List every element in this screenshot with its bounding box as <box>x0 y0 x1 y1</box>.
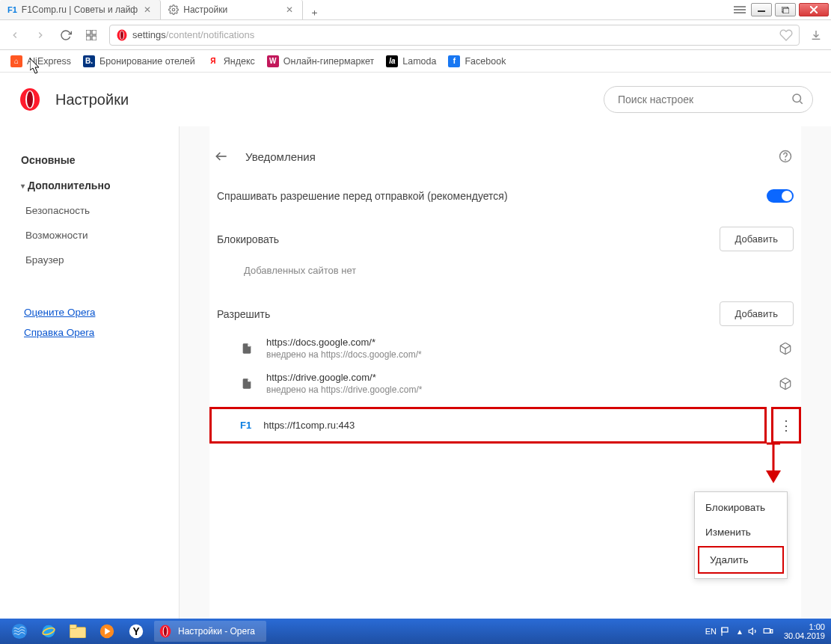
bookmark-label: Бронирование отелей <box>99 56 195 67</box>
gear-icon <box>168 4 179 15</box>
section-header: Уведомления <box>209 149 801 174</box>
svg-rect-12 <box>92 36 96 40</box>
ctx-delete[interactable]: Удалить <box>698 546 784 574</box>
svg-point-41 <box>164 627 168 636</box>
bookmark-booking[interactable]: B.Бронирование отелей <box>83 55 195 67</box>
back-button[interactable] <box>7 28 22 43</box>
devices-icon[interactable] <box>763 626 773 637</box>
volume-icon[interactable] <box>748 626 758 637</box>
ie-icon[interactable] <box>35 621 62 642</box>
download-icon[interactable] <box>810 29 824 41</box>
bookmark-label: AliExpress <box>27 56 71 67</box>
date-label: 30.04.2019 <box>784 631 825 640</box>
bookmark-label: Яндекс <box>224 56 255 67</box>
tab-f1comp[interactable]: F1 F1Comp.ru | Советы и лайф ✕ <box>0 0 161 19</box>
ctx-block[interactable]: Блокировать <box>695 495 787 520</box>
allow-add-button[interactable]: Добавить <box>720 301 794 326</box>
svg-rect-6 <box>783 8 789 13</box>
block-empty-message: Добавленных сайтов нет <box>209 256 801 291</box>
file-icon <box>241 343 254 355</box>
svg-rect-46 <box>770 630 772 634</box>
sidebar-item-features[interactable]: Возможности <box>21 223 171 248</box>
cube-icon[interactable] <box>779 342 794 355</box>
tab-settings[interactable]: Настройки ✕ <box>161 0 303 19</box>
help-icon[interactable] <box>779 150 792 163</box>
svg-text:Y: Y <box>132 626 139 637</box>
aliexpress-icon: ⌂ <box>10 55 22 67</box>
maximize-button[interactable] <box>775 3 796 16</box>
bookmark-yandex[interactable]: ЯЯндекс <box>207 55 255 67</box>
svg-point-19 <box>27 91 33 108</box>
site-sub: внедрено на https://docs.google.com/* <box>266 349 422 360</box>
task-label: Настройки - Opera <box>178 626 255 637</box>
close-icon[interactable]: ✕ <box>142 4 153 15</box>
taskbar-opera[interactable]: Настройки - Opera <box>154 621 266 642</box>
svg-marker-28 <box>766 470 781 483</box>
bookmark-aliexpress[interactable]: ⌂AliExpress <box>10 55 71 67</box>
yandex-browser-icon[interactable]: Y <box>123 621 150 642</box>
sidebar-item-main[interactable]: Основные <box>21 147 171 173</box>
bookmark-label: Facebook <box>464 56 506 67</box>
navbar: settings/content/notifications <box>0 20 831 50</box>
lang-indicator[interactable]: EN <box>705 627 717 636</box>
close-icon[interactable]: ✕ <box>284 4 295 15</box>
allowed-site-row[interactable]: https://drive.google.com/* внедрено на h… <box>209 366 801 401</box>
tray-flag-icon[interactable] <box>721 626 732 637</box>
sidebar-help-link[interactable]: Справка Opera <box>21 322 171 343</box>
minimize-button[interactable] <box>751 3 772 16</box>
svg-marker-44 <box>749 628 752 634</box>
site-url: https://f1comp.ru:443 <box>263 420 355 431</box>
cube-icon[interactable] <box>779 377 794 390</box>
address-text: settings/content/notifications <box>132 29 254 40</box>
block-add-button[interactable]: Добавить <box>720 227 794 251</box>
opera-logo-icon <box>18 88 42 111</box>
bookmark-label: Онлайн-гипермаркет <box>283 56 375 67</box>
ask-permission-row[interactable]: Спрашивать разрешение перед отправкой (р… <box>209 174 801 216</box>
media-icon[interactable] <box>93 621 120 642</box>
tray-up-icon[interactable]: ▲ <box>736 628 743 636</box>
allowed-site-row[interactable]: F1 https://f1comp.ru:443 <box>212 409 764 441</box>
explorer-icon[interactable] <box>64 621 91 642</box>
sidebar-item-advanced[interactable]: ▾Дополнительно <box>21 173 171 198</box>
window-controls <box>749 3 831 16</box>
sidebar: Основные ▾Дополнительно Безопасность Воз… <box>0 126 180 620</box>
sidebar-rate-link[interactable]: Оцените Opera <box>21 302 171 322</box>
bookmark-lamoda[interactable]: laLamoda <box>386 55 436 67</box>
search-input[interactable] <box>604 86 813 113</box>
speed-dial-icon[interactable] <box>84 28 99 43</box>
wildberries-icon: W <box>267 55 279 67</box>
svg-rect-34 <box>70 625 76 628</box>
sidebar-item-browser[interactable]: Браузер <box>21 248 171 272</box>
svg-rect-9 <box>86 30 91 34</box>
heart-icon[interactable] <box>779 28 793 42</box>
titlebar: F1 F1Comp.ru | Советы и лайф ✕ Настройки… <box>0 0 831 20</box>
opera-icon <box>159 625 172 638</box>
clock[interactable]: 1:00 30.04.2019 <box>778 622 825 640</box>
forward-button[interactable] <box>33 28 48 43</box>
window-close-button[interactable] <box>799 3 829 16</box>
site-url: https://docs.google.com/* <box>266 337 422 348</box>
address-bar[interactable]: settings/content/notifications <box>109 25 800 46</box>
svg-point-24 <box>785 159 786 160</box>
svg-line-21 <box>800 101 802 103</box>
bookmark-hypermarket[interactable]: WОнлайн-гипермаркет <box>267 55 375 67</box>
f1-icon: F1 <box>240 420 251 431</box>
back-arrow-icon[interactable] <box>214 149 230 164</box>
lamoda-icon: la <box>386 55 398 67</box>
reload-button[interactable] <box>58 28 73 43</box>
svg-point-15 <box>120 31 123 39</box>
opera-icon <box>116 29 128 41</box>
new-tab-button[interactable]: ＋ <box>303 6 325 19</box>
more-icon[interactable]: ⋮ <box>779 417 794 434</box>
ctx-edit[interactable]: Изменить <box>695 520 787 545</box>
bookmark-facebook[interactable]: fFacebook <box>448 55 506 67</box>
start-button[interactable] <box>6 621 33 642</box>
opera-menu-icon[interactable] <box>730 6 749 13</box>
sidebar-item-security[interactable]: Безопасность <box>21 198 171 223</box>
tabstrip: F1 F1Comp.ru | Советы и лайф ✕ Настройки… <box>0 0 730 19</box>
allow-group-header: Разрешить Добавить <box>209 291 801 331</box>
settings-search[interactable] <box>604 86 813 113</box>
svg-point-0 <box>173 8 176 11</box>
allowed-site-row[interactable]: https://docs.google.com/* внедрено на ht… <box>209 331 801 366</box>
ask-permission-toggle[interactable] <box>767 189 794 203</box>
